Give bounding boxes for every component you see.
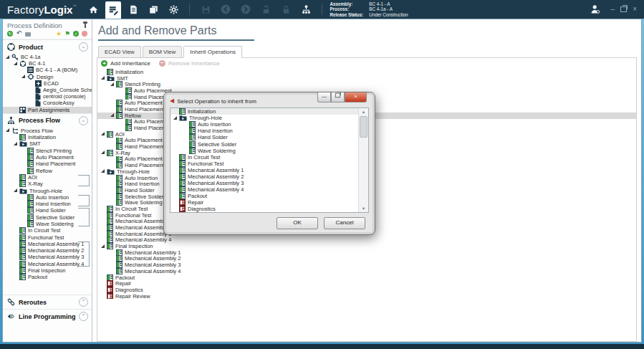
tree-row[interactable]: Mechanical Assembly 2 bbox=[3, 247, 92, 254]
tree-item-label[interactable]: Initialization bbox=[115, 69, 143, 75]
collapse-section-icon[interactable]: ⌄ bbox=[79, 116, 88, 125]
expander-icon[interactable] bbox=[13, 61, 19, 67]
minimize-button[interactable]: – bbox=[611, 6, 615, 13]
expander-icon[interactable] bbox=[13, 188, 19, 193]
process-hierarchy-icon[interactable] bbox=[298, 1, 314, 17]
tree-item-label[interactable]: Reflow bbox=[125, 113, 141, 119]
tree-row[interactable]: X-Ray bbox=[3, 181, 92, 187]
windows-tool-icon[interactable] bbox=[145, 1, 161, 17]
tree-row[interactable]: Packout bbox=[170, 193, 358, 199]
tree-row[interactable]: Aegis_Console Schema... bbox=[3, 87, 92, 93]
tree-row[interactable]: Selective Solder bbox=[3, 214, 92, 221]
tree-item-label[interactable]: centroid (console) bbox=[43, 93, 86, 100]
expander-icon[interactable] bbox=[21, 74, 27, 80]
print-icon[interactable] bbox=[25, 32, 31, 37]
tree-row[interactable]: Packout bbox=[3, 274, 92, 280]
tree-item-label[interactable]: Hand Insertion bbox=[36, 201, 71, 207]
tree-row[interactable]: In Circuit Test bbox=[3, 227, 92, 234]
tree-row[interactable]: Final Inspection bbox=[3, 267, 92, 274]
tree-item-label[interactable]: Wave Soldering bbox=[125, 199, 163, 206]
flag-icon[interactable]: ⚑ bbox=[64, 31, 70, 37]
tree-item-label[interactable]: Hand Placement bbox=[125, 106, 164, 113]
tree-row[interactable]: Mechanical Assembly 3 bbox=[170, 180, 358, 186]
tree-item-label[interactable]: Mechanical Assembly 2 bbox=[125, 256, 181, 262]
tree-item-label[interactable]: Auto Placement bbox=[125, 138, 163, 144]
tree-item-label[interactable]: Hand Solder bbox=[125, 187, 155, 193]
expander-icon[interactable] bbox=[13, 141, 19, 147]
tree-row[interactable]: Mechanical Assembly 1 bbox=[170, 167, 358, 173]
tree-row[interactable]: BC 4-1a bbox=[3, 54, 92, 60]
tree-item-label[interactable]: Hand Placement bbox=[125, 143, 164, 150]
tree-row[interactable]: Repair bbox=[170, 199, 358, 206]
tree-item-label[interactable]: Wave Soldering bbox=[36, 221, 74, 227]
tree-item-label[interactable]: Through-Hole bbox=[29, 188, 62, 194]
tree-row[interactable]: Stencil Printing bbox=[3, 148, 92, 154]
restore-button[interactable] bbox=[620, 6, 627, 12]
tree-item-label[interactable]: BC 4-1 - A (BOM) bbox=[36, 67, 77, 73]
tree-item-label[interactable]: Hand Solder bbox=[198, 134, 228, 140]
tree-item-label[interactable]: Hand Placement bbox=[36, 161, 75, 167]
tree-item-label[interactable]: SMT bbox=[29, 140, 41, 147]
tree-item-label[interactable]: Mechanical Assembly 3 bbox=[115, 231, 171, 237]
tree-item-label[interactable]: Packout bbox=[115, 274, 135, 281]
tree-row[interactable]: Packout bbox=[97, 274, 636, 281]
tree-row[interactable]: Mechanical Assembly 4 bbox=[97, 237, 636, 244]
tree-item-label[interactable]: Selective Solder bbox=[125, 193, 163, 200]
tree-row[interactable]: Through-Hole bbox=[3, 187, 92, 193]
record-icon[interactable] bbox=[82, 31, 87, 37]
tree-item-label[interactable]: Mechanical Assembly 4 bbox=[115, 237, 171, 244]
back-icon[interactable] bbox=[218, 1, 234, 17]
forward-icon[interactable] bbox=[238, 1, 254, 17]
tree-row[interactable]: Auto Insertion bbox=[170, 121, 358, 128]
tree-item-label[interactable]: Packout bbox=[28, 274, 47, 280]
tree-row[interactable]: Through-Hole bbox=[170, 115, 358, 121]
tree-row[interactable]: Design bbox=[3, 74, 92, 80]
tree-item-label[interactable]: Reflow bbox=[36, 168, 52, 174]
tree-row[interactable]: BC 4-1 bbox=[3, 60, 92, 67]
tree-row[interactable]: SMT bbox=[97, 75, 636, 82]
tree-item-label[interactable]: Hand Solder bbox=[36, 207, 66, 214]
tree-row[interactable]: Auto Insertion bbox=[3, 194, 92, 201]
tree-row[interactable]: Mechanical Assembly 2 bbox=[170, 173, 358, 180]
expander-icon[interactable] bbox=[100, 75, 106, 81]
tree-item-label[interactable]: Mechanical Assembly 2 bbox=[188, 173, 244, 180]
tree-item-label[interactable]: X-Ray bbox=[28, 181, 43, 187]
expander-icon[interactable] bbox=[100, 150, 106, 156]
tree-item-label[interactable]: Selective Solder bbox=[36, 214, 75, 221]
check-icon[interactable]: ✓ bbox=[73, 31, 79, 37]
section-reroutes[interactable]: Reroutes ⌃ bbox=[3, 295, 92, 309]
tree-row[interactable]: Final Inspection bbox=[97, 243, 636, 249]
tree-row[interactable]: Mechanical Assembly 2 bbox=[97, 256, 636, 262]
expander-icon[interactable] bbox=[100, 131, 106, 137]
tree-row[interactable]: Reflow bbox=[3, 167, 92, 173]
tree-row[interactable]: Hand Insertion bbox=[3, 201, 92, 207]
tree-item-label[interactable]: Packout bbox=[188, 193, 207, 199]
tree-row[interactable]: Mechanical Assembly 1 bbox=[3, 241, 92, 247]
tree-item-label[interactable]: SMT bbox=[117, 75, 128, 82]
tree-item-label[interactable]: Mechanical Assembly 4 bbox=[188, 186, 244, 193]
tree-row[interactable]: Initialization bbox=[170, 108, 358, 115]
expand-section-icon[interactable]: ⌃ bbox=[79, 297, 88, 307]
tree-item-label[interactable]: Final Inspection bbox=[115, 243, 153, 249]
tree-item-label[interactable]: Mechanical Assembly 1 bbox=[188, 167, 244, 173]
tree-item-label[interactable]: Auto Placement bbox=[125, 156, 163, 163]
tree-item-label[interactable]: AOI bbox=[115, 131, 125, 138]
tree-row[interactable]: Hand Placement bbox=[3, 161, 92, 167]
tree-item-label[interactable]: Mechanical Assembly 2 bbox=[28, 247, 84, 254]
tree-row[interactable]: Repair bbox=[97, 280, 636, 287]
collapse-section-icon[interactable]: ⌄ bbox=[79, 42, 88, 52]
tree-item-label[interactable]: Repair bbox=[188, 199, 203, 206]
home-icon[interactable] bbox=[85, 1, 101, 17]
tree-row[interactable]: Hand Solder bbox=[3, 207, 92, 214]
tab-bom-view[interactable]: BOM View bbox=[143, 46, 183, 58]
tree-row[interactable]: Mechanical Assembly 4 bbox=[3, 261, 92, 267]
tree-item-label[interactable]: Repair bbox=[115, 280, 131, 287]
tree-item-label[interactable]: Mechanical Assembly 4 bbox=[28, 261, 84, 267]
tree-row[interactable]: Functional Test bbox=[3, 234, 92, 240]
dialog-close-button[interactable]: × bbox=[345, 92, 367, 102]
tree-row[interactable]: Mechanical Assembly 4 bbox=[170, 186, 358, 193]
tree-row[interactable]: ConsoleAssy bbox=[3, 100, 92, 106]
tree-item-label[interactable]: BC 4-1 bbox=[29, 60, 45, 67]
section-line-programming[interactable]: Line Programming ⌃ bbox=[3, 309, 92, 323]
expander-icon[interactable] bbox=[5, 128, 11, 133]
